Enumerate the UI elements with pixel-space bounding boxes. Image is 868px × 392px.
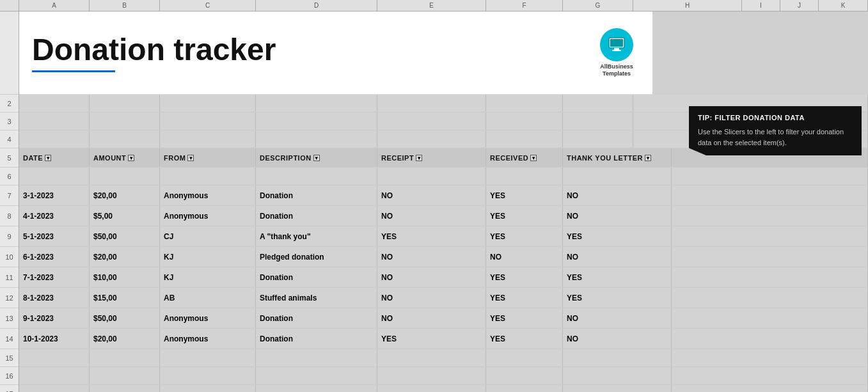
from-filter-icon[interactable]: ▼ <box>187 155 194 161</box>
cell-from-7[interactable]: Anonymous <box>160 185 256 205</box>
cell-date-9[interactable]: 5-1-2023 <box>19 226 90 246</box>
cell-date-7[interactable]: 3-1-2023 <box>19 185 90 205</box>
col-header-date[interactable]: DATE ▼ <box>19 148 90 167</box>
cell-thankyou-11[interactable]: YES <box>563 267 672 287</box>
cell-date-11[interactable]: 7-1-2023 <box>19 267 90 287</box>
col-header-d[interactable]: D <box>256 0 377 11</box>
cell-g4[interactable] <box>486 130 563 148</box>
cell-date-12[interactable]: 8-1-2023 <box>19 288 90 308</box>
cell-date-8[interactable]: 4-1-2023 <box>19 206 90 226</box>
receipt-filter-icon[interactable]: ▼ <box>416 155 422 161</box>
col-header-g[interactable]: G <box>563 0 633 11</box>
cell-desc-9[interactable]: A "thank you" <box>256 226 377 246</box>
col-header-description[interactable]: DESCRIPTION ▼ <box>256 148 377 167</box>
date-filter-icon[interactable]: ▼ <box>45 155 51 161</box>
received-filter-icon[interactable]: ▼ <box>530 155 537 161</box>
cell-thankyou-8[interactable]: NO <box>563 206 672 226</box>
cell-receipt-13[interactable]: NO <box>377 308 486 328</box>
cell-amount-12[interactable]: $15,00 <box>90 288 160 308</box>
col-header-receipt[interactable]: RECEIPT ▼ <box>377 148 486 167</box>
cell-receipt-9[interactable]: YES <box>377 226 486 246</box>
cell-desc-8[interactable]: Donation <box>256 206 377 226</box>
col-header-b[interactable]: B <box>90 0 160 11</box>
col-header-received[interactable]: RECEIVED ▼ <box>486 148 563 167</box>
cell-amount-13[interactable]: $50,00 <box>90 308 160 328</box>
cell-from-12[interactable]: AB <box>160 288 256 308</box>
cell-desc-11[interactable]: Donation <box>256 267 377 287</box>
cell-from-11[interactable]: KJ <box>160 267 256 287</box>
cell-received-14[interactable]: YES <box>486 329 563 349</box>
cell-received-9[interactable]: YES <box>486 226 563 246</box>
cell-from-10[interactable]: KJ <box>160 247 256 267</box>
amount-filter-icon[interactable]: ▼ <box>128 155 134 161</box>
col-header-thank-you[interactable]: THANK YOU LETTER ▼ <box>563 148 672 167</box>
cell-from-9[interactable]: CJ <box>160 226 256 246</box>
cell-desc-12[interactable]: Stuffed animals <box>256 288 377 308</box>
cell-from-14[interactable]: Anonymous <box>160 329 256 349</box>
cell-d3[interactable] <box>160 113 256 130</box>
col-header-k[interactable]: K <box>819 0 868 11</box>
cell-date-13[interactable]: 9-1-2023 <box>19 308 90 328</box>
cell-receipt-14[interactable]: YES <box>377 329 486 349</box>
cell-receipt-7[interactable]: NO <box>377 185 486 205</box>
col-header-from[interactable]: FROM ▼ <box>160 148 256 167</box>
cell-f2[interactable] <box>377 95 486 112</box>
col-header-a[interactable]: A <box>19 0 90 11</box>
col-header-e[interactable]: E <box>377 0 486 11</box>
cell-received-10[interactable]: NO <box>486 247 563 267</box>
cell-e2[interactable] <box>256 95 377 112</box>
cell-date-10[interactable]: 6-1-2023 <box>19 247 90 267</box>
col-header-f[interactable]: F <box>486 0 563 11</box>
cell-c4[interactable] <box>90 130 160 148</box>
col-header-h[interactable]: H <box>633 0 742 11</box>
col-header-amount[interactable]: AMOUNT ▼ <box>90 148 160 167</box>
cell-from-13[interactable]: Anonymous <box>160 308 256 328</box>
cell-d4[interactable] <box>160 130 256 148</box>
cell-received-13[interactable]: YES <box>486 308 563 328</box>
col-header-c[interactable]: C <box>160 0 256 11</box>
cell-thankyou-13[interactable]: NO <box>563 308 672 328</box>
cell-amount-7[interactable]: $20,00 <box>90 185 160 205</box>
cell-desc-13[interactable]: Donation <box>256 308 377 328</box>
col-header-i[interactable]: I <box>742 0 780 11</box>
cell-amount-11[interactable]: $10,00 <box>90 267 160 287</box>
cell-amount-14[interactable]: $20,00 <box>90 329 160 349</box>
cell-h2[interactable] <box>563 95 633 112</box>
cell-h4[interactable] <box>563 130 633 148</box>
cell-c2[interactable] <box>90 95 160 112</box>
cell-received-7[interactable]: YES <box>486 185 563 205</box>
cell-date-14[interactable]: 10-1-2023 <box>19 329 90 349</box>
cell-thankyou-10[interactable]: NO <box>563 247 672 267</box>
cell-amount-8[interactable]: $5,00 <box>90 206 160 226</box>
cell-received-11[interactable]: YES <box>486 267 563 287</box>
cell-e4[interactable] <box>256 130 377 148</box>
cell-c3[interactable] <box>90 113 160 130</box>
thank-you-filter-icon[interactable]: ▼ <box>645 155 651 161</box>
cell-thankyou-9[interactable]: YES <box>563 226 672 246</box>
cell-e3[interactable] <box>256 113 377 130</box>
cell-thankyou-12[interactable]: YES <box>563 288 672 308</box>
col-header-j[interactable]: J <box>780 0 819 11</box>
cell-h3[interactable] <box>563 113 633 130</box>
cell-receipt-11[interactable]: NO <box>377 267 486 287</box>
cell-receipt-8[interactable]: NO <box>377 206 486 226</box>
cell-from-8[interactable]: Anonymous <box>160 206 256 226</box>
cell-thankyou-14[interactable]: NO <box>563 329 672 349</box>
cell-receipt-12[interactable]: NO <box>377 288 486 308</box>
cell-g2[interactable] <box>486 95 563 112</box>
cell-amount-9[interactable]: $50,00 <box>90 226 160 246</box>
cell-desc-10[interactable]: Pledged donation <box>256 247 377 267</box>
cell-desc-7[interactable]: Donation <box>256 185 377 205</box>
description-filter-icon[interactable]: ▼ <box>313 155 320 161</box>
cell-f3[interactable] <box>377 113 486 130</box>
cell-received-12[interactable]: YES <box>486 288 563 308</box>
cell-thankyou-7[interactable]: NO <box>563 185 672 205</box>
cell-f4[interactable] <box>377 130 486 148</box>
cell-b3[interactable] <box>19 113 90 130</box>
cell-b2[interactable] <box>19 95 90 112</box>
cell-b4[interactable] <box>19 130 90 148</box>
cell-d2[interactable] <box>160 95 256 112</box>
cell-receipt-10[interactable]: NO <box>377 247 486 267</box>
cell-amount-10[interactable]: $20,00 <box>90 247 160 267</box>
cell-desc-14[interactable]: Donation <box>256 329 377 349</box>
